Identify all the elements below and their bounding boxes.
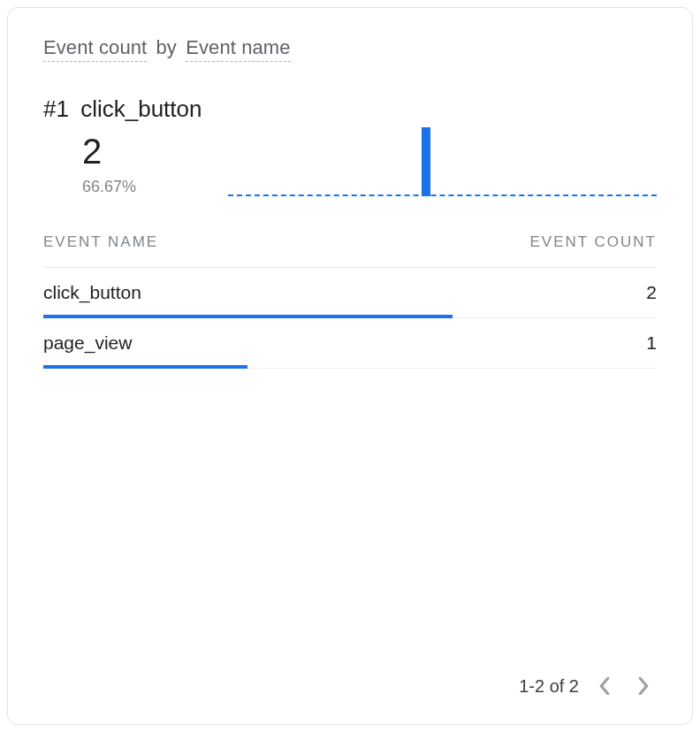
- col-event-name[interactable]: EVENT NAME: [43, 233, 158, 251]
- chevron-left-icon: [598, 677, 611, 695]
- table-body: click_button2page_view1: [43, 268, 657, 369]
- row-bar: [43, 315, 453, 318]
- event-table: EVENT NAME EVENT COUNT click_button2page…: [43, 233, 657, 369]
- row-bar-track: [43, 314, 657, 317]
- chevron-right-icon: [637, 677, 650, 695]
- hero-event-name: click_button: [80, 95, 202, 122]
- sparkline-baseline: [228, 194, 657, 196]
- card-title: Event count by Event name: [43, 36, 657, 62]
- table-row[interactable]: page_view1: [43, 318, 657, 369]
- hero-summary: #1 click_button 2 66.67%: [43, 95, 657, 196]
- table-header: EVENT NAME EVENT COUNT: [43, 233, 657, 268]
- sparkline-chart: [228, 127, 657, 196]
- hero-title: #1 click_button: [43, 95, 202, 123]
- pager-prev-button[interactable]: [591, 673, 618, 699]
- sparkline-bar: [422, 127, 430, 196]
- pager: 1-2 of 2: [519, 673, 657, 699]
- hero-left: #1 click_button 2 66.67%: [43, 95, 202, 196]
- row-event-name: click_button: [43, 282, 141, 303]
- dimension-label[interactable]: Event name: [186, 36, 290, 62]
- row-bar-track: [43, 364, 657, 368]
- row-bar: [43, 365, 247, 369]
- pager-next-button[interactable]: [630, 673, 657, 699]
- by-label: by: [153, 36, 180, 58]
- table-row[interactable]: click_button2: [43, 268, 657, 318]
- pager-range: 1-2 of 2: [519, 676, 579, 697]
- event-count-card: Event count by Event name #1 click_butto…: [7, 7, 693, 725]
- row-event-count: 2: [646, 282, 657, 303]
- hero-percent: 66.67%: [82, 178, 202, 196]
- hero-value: 2: [82, 133, 202, 169]
- row-event-count: 1: [646, 332, 657, 354]
- row-event-name: page_view: [43, 332, 132, 354]
- col-event-count[interactable]: EVENT COUNT: [529, 233, 657, 251]
- hero-rank: #1: [43, 95, 69, 123]
- metric-label[interactable]: Event count: [43, 36, 147, 62]
